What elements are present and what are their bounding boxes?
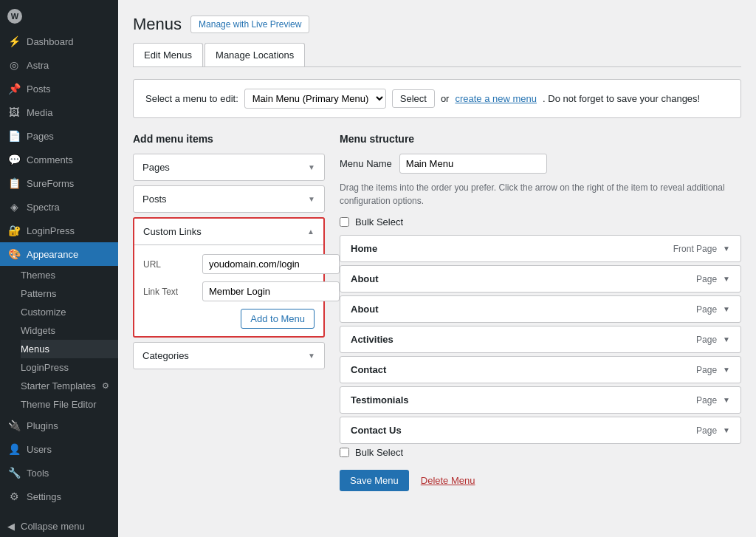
sidebar-item-comments[interactable]: 💬 Comments — [0, 148, 118, 171]
bulk-select-checkbox-bottom[interactable] — [340, 448, 349, 457]
link-text-input[interactable] — [202, 281, 340, 301]
sidebar-item-label: Posts — [27, 83, 51, 95]
sidebar-item-sureforms[interactable]: 📋 SureForms — [0, 171, 118, 195]
menu-item-chevron-icon-1[interactable]: ▼ — [723, 275, 730, 283]
sidebar-item-starter-templates[interactable]: Starter Templates ⚙ — [21, 377, 118, 395]
bulk-select-label-top: Bulk Select — [355, 216, 403, 228]
spectra-icon: ◈ — [7, 200, 21, 213]
menus-label: Menus — [21, 343, 49, 355]
menu-item-chevron-icon-5[interactable]: ▼ — [723, 396, 730, 404]
categories-accordion-header[interactable]: Categories ▼ — [134, 343, 324, 369]
pages-accordion-header[interactable]: Pages ▼ — [134, 154, 324, 180]
link-text-row: Link Text — [143, 281, 315, 301]
menu-item-right-3: Page ▼ — [696, 335, 730, 345]
menu-item-chevron-icon-4[interactable]: ▼ — [723, 366, 730, 374]
custom-links-body: URL Link Text Add to Menu — [134, 244, 323, 336]
patterns-label: Patterns — [21, 288, 56, 299]
wp-logo-area[interactable]: W — [0, 0, 118, 30]
menu-item-2: About Page ▼ — [340, 295, 741, 323]
menu-item-type-2: Page — [696, 304, 717, 315]
collapse-label: Collapse menu — [21, 521, 85, 532]
menu-item-type-4: Page — [696, 365, 717, 375]
sidebar-item-settings[interactable]: ⚙ Settings — [0, 485, 118, 508]
bulk-select-bottom: Bulk Select — [340, 447, 741, 458]
menu-item-chevron-icon-3[interactable]: ▼ — [723, 335, 730, 343]
sidebar-item-loginpress2[interactable]: LoginPress — [21, 358, 118, 377]
posts-icon: 📌 — [7, 82, 21, 95]
save-menu-button[interactable]: Save Menu — [340, 470, 409, 491]
menu-item-chevron-icon-0[interactable]: ▼ — [723, 244, 730, 253]
bulk-select-checkbox-top[interactable] — [340, 217, 349, 227]
notice-text: . Do not forget to save your changes! — [543, 93, 700, 104]
create-new-menu-link[interactable]: create a new menu — [455, 93, 537, 104]
sidebar-item-spectra[interactable]: ◈ Spectra — [0, 195, 118, 219]
sidebar-item-media[interactable]: 🖼 Media — [0, 100, 118, 124]
sidebar-appearance-sub: Themes Patterns Customize Widgets Menus … — [0, 266, 118, 414]
menu-item-3: Activities Page ▼ — [340, 326, 741, 353]
link-text-label: Link Text — [143, 287, 195, 297]
themes-label: Themes — [21, 270, 55, 281]
sidebar-collapse[interactable]: ◀ Collapse menu — [0, 516, 118, 537]
menu-item-1: About Page ▼ — [340, 265, 741, 293]
menu-item-0: Home Front Page ▼ — [340, 235, 741, 262]
plugins-label: Plugins — [27, 420, 58, 431]
sidebar-item-menus[interactable]: Menus — [21, 340, 118, 358]
menu-item-name-3: Activities — [351, 334, 394, 345]
add-to-menu-button[interactable]: Add to Menu — [241, 309, 315, 329]
sidebar-item-tools[interactable]: 🔧 Tools — [0, 461, 118, 485]
posts-accordion-header[interactable]: Posts ▼ — [134, 186, 324, 212]
tab-edit-menus[interactable]: Edit Menus — [133, 43, 203, 66]
settings-label: Settings — [27, 491, 61, 502]
tab-manage-locations[interactable]: Manage Locations — [205, 43, 305, 66]
sidebar-item-pages[interactable]: 📄 Pages — [0, 124, 118, 148]
url-row: URL — [143, 254, 315, 274]
loginpress-icon: 🔐 — [7, 224, 21, 237]
theme-editor-label: Theme File Editor — [21, 399, 97, 410]
sidebar-item-users[interactable]: 👤 Users — [0, 437, 118, 461]
menu-item-chevron-icon-2[interactable]: ▼ — [723, 305, 730, 313]
sidebar-item-customize[interactable]: Customize — [21, 303, 118, 321]
sidebar-item-label: Astra — [27, 60, 49, 71]
select-button[interactable]: Select — [392, 89, 435, 108]
sidebar-item-dashboard[interactable]: ⚡ Dashboard — [0, 30, 118, 53]
menu-item-5: Testimonials Page ▼ — [340, 386, 741, 414]
sidebar-item-astra[interactable]: ◎ Astra — [0, 53, 118, 77]
sidebar-appearance-label: Appearance — [27, 249, 78, 260]
dashboard-icon: ⚡ — [7, 35, 21, 48]
tabs-row: Edit Menus Manage Locations — [133, 43, 741, 67]
menu-item-6: Contact Us Page ▼ — [340, 417, 741, 444]
custom-links-accordion: Custom Links ▲ URL Link Text Add to Menu — [133, 217, 325, 338]
bulk-select-label-bottom: Bulk Select — [355, 447, 403, 458]
page-title: Menus — [133, 15, 182, 34]
settings-icon: ⚙ — [7, 490, 21, 503]
sidebar-item-theme-editor[interactable]: Theme File Editor — [21, 395, 118, 414]
pages-icon: 📄 — [7, 129, 21, 143]
menu-item-type-3: Page — [696, 335, 717, 345]
sidebar-item-patterns[interactable]: Patterns — [21, 284, 118, 303]
sidebar-item-widgets[interactable]: Widgets — [21, 321, 118, 340]
menu-name-input[interactable] — [399, 154, 547, 174]
menu-item-name-4: Contact — [351, 364, 386, 375]
sidebar-item-label: Media — [27, 107, 52, 118]
sidebar-item-loginpress[interactable]: 🔐 LoginPress — [0, 219, 118, 242]
delete-menu-button[interactable]: Delete Menu — [421, 475, 475, 486]
sidebar-item-label: Comments — [27, 154, 73, 165]
tools-label: Tools — [27, 468, 49, 479]
custom-links-header[interactable]: Custom Links ▲ — [134, 219, 323, 244]
menu-item-chevron-icon-6[interactable]: ▼ — [723, 426, 730, 434]
sidebar-item-plugins[interactable]: 🔌 Plugins — [0, 414, 118, 437]
sidebar-item-themes[interactable]: Themes — [21, 266, 118, 284]
menu-select[interactable]: Main Menu (Primary Menu) — [244, 89, 386, 109]
two-col-layout: Add menu items Pages ▼ Posts ▼ — [133, 133, 741, 491]
menu-item-right-1: Page ▼ — [696, 274, 730, 284]
menu-item-4: Contact Page ▼ — [340, 356, 741, 383]
url-input[interactable] — [202, 254, 340, 274]
users-label: Users — [27, 444, 52, 455]
sidebar-item-posts[interactable]: 📌 Posts — [0, 77, 118, 100]
page-title-row: Menus Manage with Live Preview — [133, 15, 741, 34]
sidebar-item-appearance[interactable]: 🎨 Appearance — [0, 242, 118, 266]
posts-chevron-icon: ▼ — [308, 195, 315, 203]
menu-item-right-6: Page ▼ — [696, 425, 730, 436]
posts-accordion-label: Posts — [142, 194, 167, 205]
live-preview-button[interactable]: Manage with Live Preview — [190, 16, 309, 33]
